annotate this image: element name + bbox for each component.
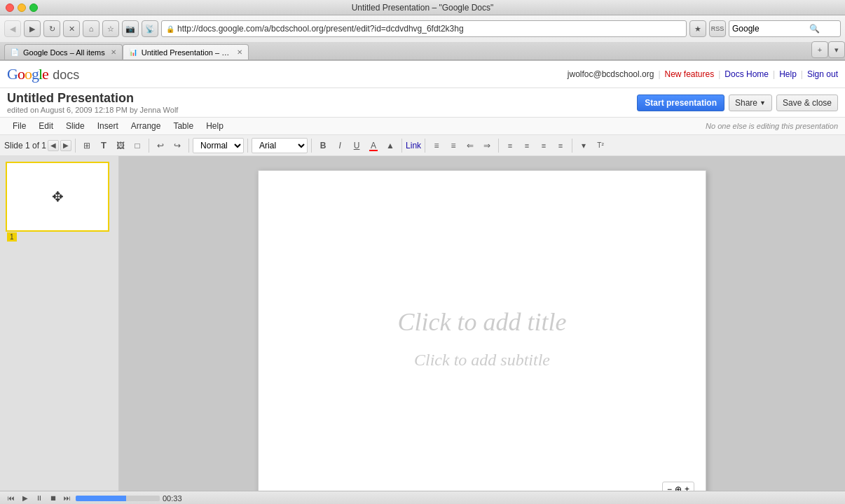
slide-canvas[interactable]: Click to add title Click to add subtitle… — [258, 170, 706, 491]
close-window-btn[interactable] — [6, 4, 14, 12]
font-color-btn[interactable]: A — [366, 138, 381, 153]
status-play-btn[interactable]: ▶ — [20, 493, 31, 504]
start-presentation-button[interactable]: Start presentation — [637, 94, 724, 111]
refresh-btn[interactable]: ↻ — [43, 20, 60, 37]
forward-icon: ▶ — [29, 24, 35, 34]
status-time: 00:33 — [163, 494, 182, 503]
tab-close-1[interactable]: ✕ — [111, 48, 116, 56]
menu-slide[interactable]: Slide — [60, 119, 90, 133]
slide-thumbnail-1[interactable]: ✥ 1 — [6, 162, 109, 232]
tab-list-btn[interactable]: ▾ — [828, 41, 845, 58]
docs-home-link[interactable]: Docs Home — [724, 69, 769, 79]
docs-text: docs — [53, 68, 79, 82]
slide-panel: ✥ 1 — [0, 156, 119, 491]
tab-untitled-presentation[interactable]: 📊 Untitled Presentation – "Google... ✕ — [123, 44, 249, 59]
link-btn[interactable]: Link — [406, 138, 421, 153]
forward-btn[interactable]: ▶ — [24, 20, 41, 37]
ssl-icon: 🔒 — [166, 25, 174, 33]
undo-btn[interactable]: ↩ — [153, 138, 168, 153]
rss-btn[interactable]: 📡 — [142, 20, 158, 37]
canvas-area: Click to add title Click to add subtitle… — [119, 156, 845, 491]
bookmark-btn[interactable]: ☆ — [102, 20, 119, 37]
align-right-btn[interactable]: ≡ — [536, 138, 551, 153]
zoom-plus-icon[interactable]: + — [685, 484, 689, 491]
slide-title-placeholder[interactable]: Click to add title — [398, 307, 567, 337]
menu-arrange[interactable]: Arrange — [125, 119, 167, 133]
address-input[interactable] — [177, 24, 682, 34]
status-play-prev-btn[interactable]: ⏮ — [6, 493, 17, 504]
justify-btn[interactable]: ≡ — [553, 138, 568, 153]
sep2 — [149, 139, 149, 153]
menu-insert[interactable]: Insert — [92, 119, 124, 133]
redo-btn[interactable]: ↪ — [170, 138, 185, 153]
status-progress-bar — [76, 496, 160, 501]
status-pause-btn[interactable]: ⏸ — [34, 493, 45, 504]
back-icon: ◀ — [10, 24, 15, 34]
search-container[interactable]: 🔍 — [729, 20, 841, 37]
user-email: jwolfoc@bcdschool.org — [568, 69, 654, 79]
search-input[interactable] — [732, 24, 809, 34]
underline-btn[interactable]: U — [349, 138, 364, 153]
insert-image-btn[interactable]: 🖼 — [113, 138, 128, 153]
new-features-link[interactable]: New features — [665, 69, 715, 79]
cursor-icon: ✥ — [52, 188, 64, 205]
menu-edit[interactable]: Edit — [33, 119, 59, 133]
screenshot-btn[interactable]: 📷 — [122, 20, 139, 37]
more-btn[interactable]: ▾ — [576, 138, 591, 153]
italic-btn[interactable]: I — [332, 138, 348, 153]
slide-layout-btn[interactable]: ⊞ — [79, 138, 95, 153]
minimize-window-btn[interactable] — [18, 4, 26, 12]
search-icon[interactable]: 🔍 — [809, 24, 820, 34]
highlight-btn[interactable]: ▲ — [383, 138, 398, 153]
address-bar-container[interactable]: 🔒 — [161, 20, 687, 37]
tab-favicon-2: 📊 — [129, 48, 137, 56]
star-icon: ★ — [694, 24, 701, 34]
share-button[interactable]: Share ▼ — [729, 94, 772, 111]
window-controls[interactable] — [6, 4, 38, 12]
menu-table[interactable]: Table — [167, 119, 199, 133]
zoom-minus-icon[interactable]: − — [667, 484, 672, 491]
zoom-control[interactable]: − ⊕ + — [662, 482, 694, 491]
home-icon: ⌂ — [89, 24, 94, 33]
superscript-btn[interactable]: T² — [593, 138, 608, 153]
prev-slide-btn[interactable]: ◀ — [48, 140, 59, 151]
main-area: ✥ 1 Click to add title Click to add subt… — [0, 156, 845, 491]
star-btn[interactable]: ★ — [689, 20, 706, 37]
rss-icon: 📡 — [145, 24, 155, 34]
tab-label-2: Untitled Presentation – "Google... — [142, 48, 231, 57]
rss2-btn[interactable]: RSS — [709, 20, 726, 37]
align-center-btn[interactable]: ≡ — [519, 138, 535, 153]
tab-close-2[interactable]: ✕ — [237, 48, 242, 56]
bookmark-icon: ☆ — [107, 24, 114, 34]
help-link[interactable]: Help — [779, 69, 797, 79]
app-header: Google docs jwolfoc@bcdschool.org | New … — [0, 61, 845, 88]
style-dropdown[interactable]: Normal — [193, 138, 244, 153]
back-btn[interactable]: ◀ — [4, 20, 21, 37]
bulleted-list-btn[interactable]: ≡ — [446, 138, 461, 153]
stop-btn[interactable]: ✕ — [63, 20, 80, 37]
numbered-list-btn[interactable]: ≡ — [429, 138, 444, 153]
next-slide-btn[interactable]: ▶ — [60, 140, 71, 151]
sign-out-link[interactable]: Sign out — [807, 69, 838, 79]
home-btn[interactable]: ⌂ — [83, 20, 99, 37]
feed-icon: RSS — [711, 25, 724, 32]
bold-btn[interactable]: B — [315, 138, 331, 153]
slide-subtitle-placeholder[interactable]: Click to add subtitle — [414, 351, 550, 370]
draw-btn[interactable]: □ — [130, 138, 145, 153]
align-left-btn[interactable]: ≡ — [502, 138, 518, 153]
app-container: Google docs jwolfoc@bcdschool.org | New … — [0, 61, 845, 504]
status-stop-btn[interactable]: ⏹ — [48, 493, 59, 504]
menu-help[interactable]: Help — [200, 119, 229, 133]
font-dropdown[interactable]: Arial — [252, 138, 308, 153]
doc-title[interactable]: Untitled Presentation — [7, 91, 178, 106]
increase-indent-btn[interactable]: ⇒ — [479, 138, 495, 153]
tab-google-docs-all-items[interactable]: 📄 Google Docs – All items ✕ — [4, 44, 123, 59]
maximize-window-btn[interactable] — [29, 4, 38, 12]
text-tool-btn[interactable]: T — [96, 138, 111, 153]
status-play-next-btn[interactable]: ⏭ — [62, 493, 73, 504]
menu-file[interactable]: File — [7, 119, 32, 133]
new-tab-btn[interactable]: + — [811, 41, 828, 58]
decrease-indent-btn[interactable]: ⇐ — [462, 138, 478, 153]
doc-info: Untitled Presentation edited on August 6… — [7, 91, 178, 114]
save-close-button[interactable]: Save & close — [776, 94, 838, 111]
